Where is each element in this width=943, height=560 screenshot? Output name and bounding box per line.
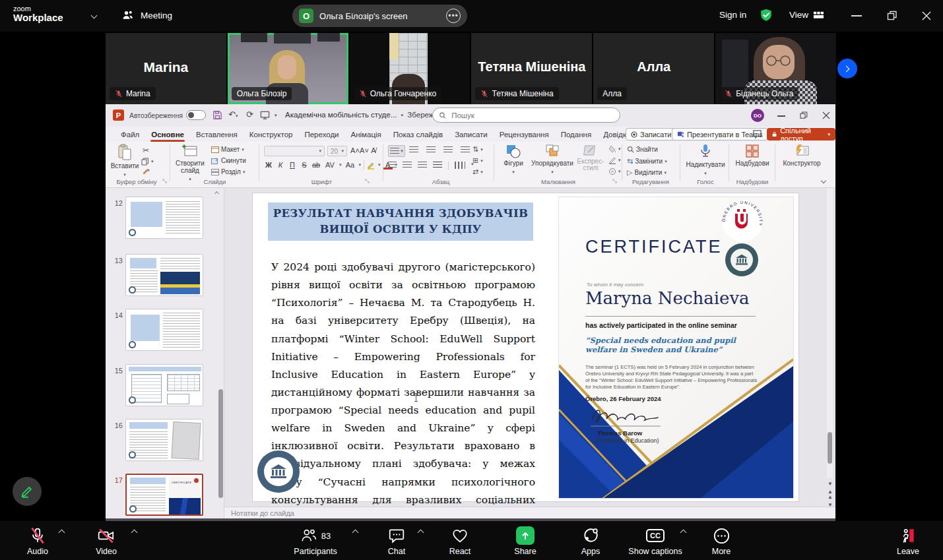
dictate-button[interactable]: Надиктувати▾	[685, 144, 726, 177]
replace-button[interactable]: ⇆Замінити▾	[627, 157, 667, 166]
align-left-button[interactable]	[388, 162, 397, 169]
font-dialog-launcher[interactable]: ⤡	[365, 178, 369, 185]
line-spacing-button[interactable]	[461, 146, 470, 154]
reset-button[interactable]: Скинути	[211, 157, 246, 164]
chat-button[interactable]: Chat	[360, 521, 433, 560]
increase-indent-button[interactable]	[443, 146, 453, 154]
scroll-down-icon[interactable]: ▼	[828, 482, 833, 487]
next-participants-button[interactable]	[837, 59, 857, 78]
comments-icon[interactable]	[752, 129, 762, 139]
previous-slide-button[interactable]: ▲▲	[828, 489, 833, 500]
shape-fill-button[interactable]: ▾	[608, 145, 621, 153]
slide-title[interactable]: РЕЗУЛЬТАТ НАВЧАННЯ ЗДОБУВАЧІВ ВИЩОЇ ОСВІ…	[268, 202, 533, 241]
tab-design[interactable]: Конструктор	[244, 129, 299, 140]
tab-home[interactable]: Основне	[145, 129, 190, 140]
quick-styles-button[interactable]: Експрес-стилі	[575, 144, 606, 171]
tab-file[interactable]: Файл	[115, 129, 145, 140]
annotate-button[interactable]	[13, 477, 42, 506]
slide-thumbnail-15[interactable]	[125, 364, 203, 406]
more-button[interactable]: More	[685, 521, 758, 560]
addins-button[interactable]: Надбудови	[732, 144, 772, 167]
participant-tile-tetiana-mishenina[interactable]: Тетяна Мішеніна Тетяна Мішеніна	[471, 33, 592, 104]
apps-button[interactable]: Apps	[554, 521, 627, 560]
record-button[interactable]: Записати	[626, 128, 676, 140]
window-minimize-button[interactable]	[851, 15, 862, 16]
sign-in-button[interactable]: Sign in	[719, 10, 746, 20]
format-painter-button[interactable]	[143, 168, 150, 176]
designer-button[interactable]: Конструктор	[780, 144, 824, 167]
redo-icon[interactable]: ⟳	[246, 109, 253, 119]
align-right-button[interactable]	[418, 162, 427, 169]
ppt-close-button[interactable]	[822, 111, 830, 119]
text-direction-button[interactable]: ⇅▾	[472, 145, 483, 154]
share-button[interactable]: Share	[489, 521, 562, 560]
collapse-ribbon-chevron[interactable]	[821, 178, 826, 183]
audio-button[interactable]: Audio	[1, 521, 74, 560]
clear-formatting-button[interactable]: A̸	[369, 146, 378, 154]
panel-scrollbar[interactable]	[218, 188, 224, 518]
drawing-dialog-launcher[interactable]: ⤡	[612, 178, 616, 185]
tab-review[interactable]: Рецензування	[494, 129, 555, 140]
participant-tile-olha-honcharenko[interactable]: Ольга Гончаренко	[350, 33, 471, 104]
panel-scrollbar-thumb[interactable]	[218, 389, 223, 498]
current-slide[interactable]: РЕЗУЛЬТАТ НАВЧАННЯ ЗДОБУВАЧІВ ВИЩОЇ ОСВІ…	[253, 193, 798, 501]
screen-tab-more-icon[interactable]: •••	[446, 9, 461, 23]
slide-scrollbar-thumb[interactable]	[828, 432, 832, 464]
qat-more-icon[interactable]: ▾	[275, 113, 277, 118]
slide-scrollbar[interactable]	[827, 188, 833, 478]
leave-button[interactable]: Leave	[872, 521, 943, 560]
ppt-minimize-button[interactable]	[777, 115, 785, 117]
slide-thumbnail-12[interactable]	[125, 197, 203, 239]
change-case-button[interactable]: Aa	[344, 161, 356, 169]
font-name-combo[interactable]: ▾	[264, 146, 325, 156]
participants-button[interactable]: 83 Participants	[279, 521, 352, 560]
find-button[interactable]: Знайти	[627, 146, 658, 153]
slide-thumbnail-16[interactable]	[125, 419, 203, 461]
decrease-indent-button[interactable]	[426, 146, 436, 154]
certificate-image[interactable]: ÖREBRO UNIVERSITY CERTIFICATE To whom it…	[559, 197, 793, 498]
participants-options-chevron[interactable]	[352, 530, 359, 536]
paste-button[interactable]: Вставити▾	[111, 144, 139, 178]
numbered-list-button[interactable]	[409, 146, 418, 154]
bold-button[interactable]: Ж	[264, 161, 273, 169]
shape-effects-button[interactable]: ▾	[608, 168, 621, 175]
window-restore-button[interactable]	[887, 11, 897, 21]
new-slide-button[interactable]: Створити слайд▾	[174, 144, 207, 183]
participant-tile-olha-bilozir[interactable]: Ольга Білозір	[228, 33, 348, 104]
character-spacing-button[interactable]: AV	[323, 161, 337, 169]
share-access-button[interactable]: Спільний доступ ▾	[767, 128, 835, 140]
search-box[interactable]	[432, 108, 620, 123]
participant-tile-alla[interactable]: Алла Алла	[593, 33, 714, 104]
search-input[interactable]	[450, 111, 614, 120]
notes-bar[interactable]: Нотатки до слайда	[224, 507, 835, 518]
align-center-button[interactable]	[403, 162, 412, 169]
shared-screen-tab[interactable]: O Ольга Білозір's screen •••	[292, 5, 467, 27]
participant-tile-bidanets-olha[interactable]: Біданець Ольга	[715, 33, 836, 104]
show-captions-button[interactable]: CC Show captions	[619, 521, 692, 560]
tab-animations[interactable]: Анімація	[345, 129, 387, 140]
underline-button[interactable]: П	[288, 161, 297, 169]
tab-insert[interactable]: Вставлення	[190, 129, 244, 140]
start-presentation-icon[interactable]	[260, 110, 270, 120]
columns-button[interactable]	[455, 162, 465, 169]
slide-body-text[interactable]: У 2024 році здобувачі другого (магістерс…	[271, 259, 535, 521]
video-button[interactable]: Video	[70, 521, 143, 560]
arrange-button[interactable]: Упорядкувати▾	[531, 144, 574, 175]
cut-button[interactable]: ✂	[143, 146, 149, 155]
tab-transitions[interactable]: Переходи	[298, 129, 344, 140]
tab-meeting[interactable]: Meeting	[121, 9, 172, 22]
undo-icon[interactable]: ↶▾	[228, 109, 238, 119]
workspace-chevron-down-icon[interactable]	[91, 13, 98, 19]
convert-smartart-button[interactable]: ⇄▾	[472, 168, 483, 176]
clipboard-dialog-launcher[interactable]: ⤡	[162, 178, 166, 185]
autosave-toggle[interactable]	[186, 110, 206, 120]
align-text-button[interactable]: ⊞▾	[472, 156, 483, 165]
slide-thumbnail-17-selected[interactable]: CERTIFICATE	[125, 474, 203, 516]
tab-slideshow[interactable]: Показ слайдів	[387, 129, 449, 140]
justify-button[interactable]	[433, 162, 442, 169]
tab-view[interactable]: Подання	[555, 129, 597, 140]
ppt-restore-button[interactable]	[800, 111, 808, 119]
slide-thumbnail-13[interactable]	[125, 254, 203, 296]
view-button[interactable]: View	[789, 9, 824, 20]
copy-button[interactable]: ▾	[141, 158, 154, 166]
